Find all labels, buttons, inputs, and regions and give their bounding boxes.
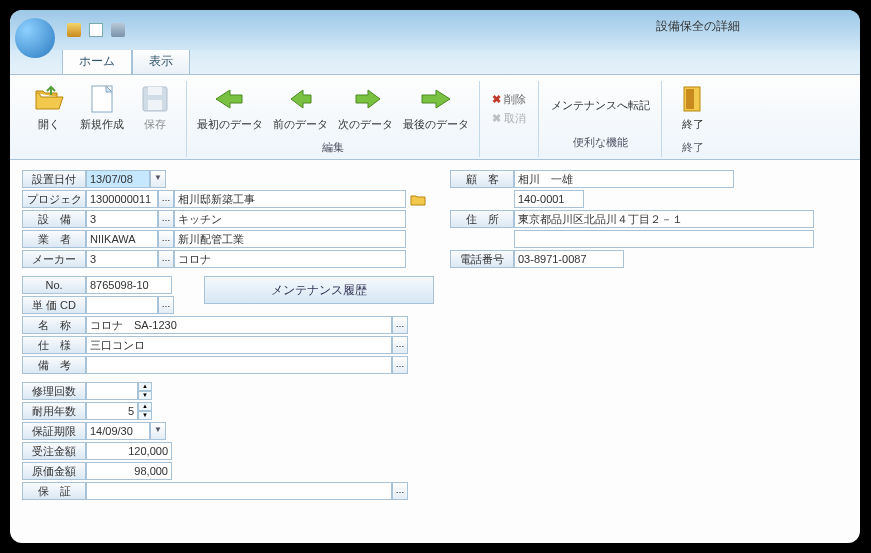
tab-home[interactable]: ホーム bbox=[62, 48, 132, 74]
next-record-button[interactable]: 次のデータ bbox=[334, 81, 397, 134]
ribbon: 開く 新規作成 保存 最初のデータ bbox=[10, 74, 860, 160]
cancel-icon: ✖ bbox=[492, 112, 501, 125]
equipment-code-field[interactable]: 3 bbox=[86, 210, 158, 228]
vendor-code-field[interactable]: NIIKAWA bbox=[86, 230, 158, 248]
maintenance-history-button[interactable]: メンテナンス履歴 bbox=[204, 276, 434, 304]
label-remarks: 備 考 bbox=[22, 356, 86, 374]
equipment-name-field[interactable]: キッチン bbox=[174, 210, 406, 228]
app-menu-globe-icon[interactable] bbox=[15, 18, 55, 58]
exit-button[interactable]: 終了 bbox=[668, 81, 718, 134]
remarks-lookup-button[interactable]: … bbox=[392, 356, 408, 374]
name-field[interactable]: コロナ SA-1230 bbox=[86, 316, 392, 334]
install-date-dropdown[interactable]: ▼ bbox=[150, 170, 166, 188]
ribbon-group-delete: ✖ 削除 ✖ 取消 bbox=[480, 81, 539, 157]
maker-lookup-button[interactable]: … bbox=[158, 250, 174, 268]
delete-icon: ✖ bbox=[492, 93, 501, 106]
label-unitcd: 単 価 CD bbox=[22, 296, 86, 314]
cost-amt-field[interactable]: 98,000 bbox=[86, 462, 172, 480]
ribbon-group-exit: 終了 終了 bbox=[662, 81, 724, 157]
label-vendor: 業 者 bbox=[22, 230, 86, 248]
label-name: 名 称 bbox=[22, 316, 86, 334]
tab-view[interactable]: 表示 bbox=[132, 48, 190, 74]
arrow-first-icon bbox=[214, 83, 246, 115]
install-date-field[interactable]: 13/07/08 bbox=[86, 170, 150, 188]
project-lookup-button[interactable]: … bbox=[158, 190, 174, 208]
label-cost-amt: 原価金額 bbox=[22, 462, 86, 480]
label-lifespan: 耐用年数 bbox=[22, 402, 86, 420]
address2-field[interactable] bbox=[514, 230, 814, 248]
new-button[interactable]: 新規作成 bbox=[76, 81, 128, 134]
titlebar: 設備保全の詳細 bbox=[10, 10, 860, 50]
open-button[interactable]: 開く bbox=[24, 81, 74, 134]
guarantee-field[interactable] bbox=[86, 482, 392, 500]
label-address: 住 所 bbox=[450, 210, 514, 228]
svg-rect-2 bbox=[148, 87, 162, 95]
label-equipment: 設 備 bbox=[22, 210, 86, 228]
ribbon-tabs: ホーム 表示 bbox=[62, 48, 860, 74]
equipment-lookup-button[interactable]: … bbox=[158, 210, 174, 228]
spec-lookup-button[interactable]: … bbox=[392, 336, 408, 354]
project-name-field[interactable]: 相川邸新築工事 bbox=[174, 190, 406, 208]
spec-field[interactable]: 三口コンロ bbox=[86, 336, 392, 354]
cancel-button[interactable]: ✖ 取消 bbox=[486, 109, 532, 128]
first-record-button[interactable]: 最初のデータ bbox=[193, 81, 267, 134]
guarantee-lookup-button[interactable]: … bbox=[392, 482, 408, 500]
qat-open-icon[interactable] bbox=[67, 23, 81, 37]
save-icon bbox=[139, 83, 171, 115]
warranty-dropdown[interactable]: ▼ bbox=[150, 422, 166, 440]
lifespan-field[interactable]: 5 bbox=[86, 402, 138, 420]
app-window: 設備保全の詳細 ホーム 表示 開く 新規作成 保存 bbox=[10, 10, 860, 543]
svg-rect-5 bbox=[686, 89, 694, 109]
left-column: 設置日付 13/07/08 ▼ プロジェクト 1300000011 … 相川邸新… bbox=[22, 170, 434, 502]
label-phone: 電話番号 bbox=[450, 250, 514, 268]
label-maker: メーカー bbox=[22, 250, 86, 268]
phone-field[interactable]: 03-8971-0087 bbox=[514, 250, 624, 268]
name-lookup-button[interactable]: … bbox=[392, 316, 408, 334]
door-exit-icon bbox=[677, 83, 709, 115]
prev-record-button[interactable]: 前のデータ bbox=[269, 81, 332, 134]
lifespan-spinner[interactable]: ▲▼ bbox=[138, 402, 152, 420]
unitcd-lookup-button[interactable]: … bbox=[158, 296, 174, 314]
save-button[interactable]: 保存 bbox=[130, 81, 180, 134]
label-order-amt: 受注金額 bbox=[22, 442, 86, 460]
no-field[interactable]: 8765098-10 bbox=[86, 276, 172, 294]
maker-code-field[interactable]: 3 bbox=[86, 250, 158, 268]
ribbon-group-useful: メンテナンスへ転記 便利な機能 bbox=[539, 81, 662, 157]
label-repairs: 修理回数 bbox=[22, 382, 86, 400]
transfer-button[interactable]: メンテナンスへ転記 bbox=[545, 96, 655, 115]
repairs-field[interactable] bbox=[86, 382, 138, 400]
postal-field[interactable]: 140-0001 bbox=[514, 190, 584, 208]
label-warranty: 保証期限 bbox=[22, 422, 86, 440]
maker-name-field[interactable]: コロナ bbox=[174, 250, 406, 268]
project-code-field[interactable]: 1300000011 bbox=[86, 190, 158, 208]
label-guarantee: 保 証 bbox=[22, 482, 86, 500]
qat-new-icon[interactable] bbox=[89, 23, 103, 37]
order-amt-field[interactable]: 120,000 bbox=[86, 442, 172, 460]
delete-button[interactable]: ✖ 削除 bbox=[486, 90, 532, 109]
ribbon-group-exit-label: 終了 bbox=[668, 134, 718, 155]
arrow-left-icon bbox=[285, 83, 317, 115]
last-record-button[interactable]: 最後のデータ bbox=[399, 81, 473, 134]
document-new-icon bbox=[86, 83, 118, 115]
repairs-spinner[interactable]: ▲▼ bbox=[138, 382, 152, 400]
vendor-lookup-button[interactable]: … bbox=[158, 230, 174, 248]
project-folder-icon[interactable] bbox=[408, 190, 428, 208]
unitcd-field[interactable] bbox=[86, 296, 158, 314]
qat-save-icon[interactable] bbox=[111, 23, 125, 37]
label-customer: 顧 客 bbox=[450, 170, 514, 188]
vendor-name-field[interactable]: 新川配管工業 bbox=[174, 230, 406, 248]
label-spec: 仕 様 bbox=[22, 336, 86, 354]
label-install-date: 設置日付 bbox=[22, 170, 86, 188]
form-area: 設置日付 13/07/08 ▼ プロジェクト 1300000011 … 相川邸新… bbox=[10, 160, 860, 512]
address-field[interactable]: 東京都品川区北品川４丁目２－１ bbox=[514, 210, 814, 228]
quick-access-toolbar bbox=[67, 23, 125, 37]
folder-open-icon bbox=[33, 83, 65, 115]
ribbon-group-useful-label: 便利な機能 bbox=[545, 129, 655, 150]
warranty-field[interactable]: 14/09/30 bbox=[86, 422, 150, 440]
arrow-last-icon bbox=[420, 83, 452, 115]
ribbon-group-file: 開く 新規作成 保存 bbox=[18, 81, 187, 157]
customer-field[interactable]: 相川 一雄 bbox=[514, 170, 734, 188]
label-project: プロジェクト bbox=[22, 190, 86, 208]
remarks-field[interactable] bbox=[86, 356, 392, 374]
arrow-right-icon bbox=[350, 83, 382, 115]
